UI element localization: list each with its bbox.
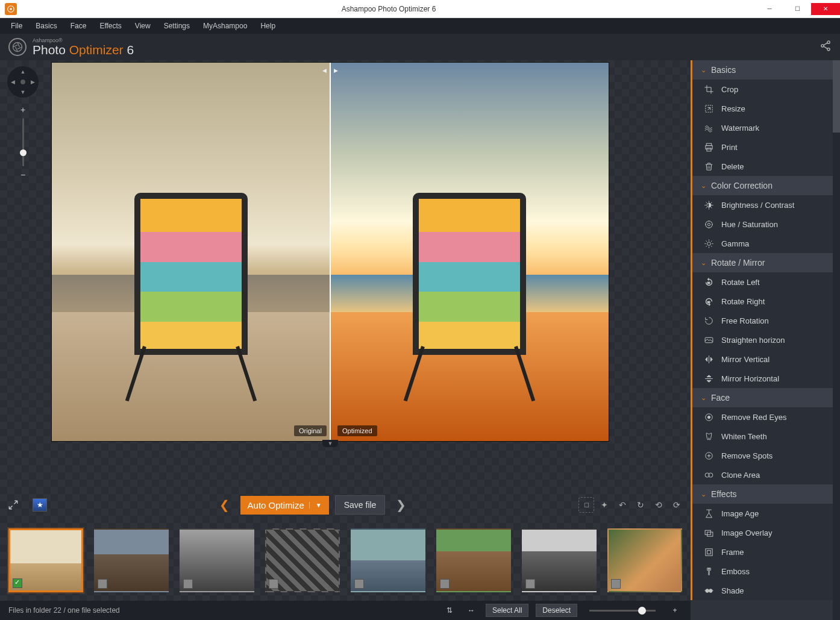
panel-header-color-correction[interactable]: ⌄Color Correction [691,176,840,195]
thumbnail[interactable] [8,528,83,592]
tool-watermark[interactable]: Watermark [692,118,840,137]
menu-file[interactable]: File [5,20,28,32]
tool-hue-saturation[interactable]: Hue / Saturation [692,214,840,234]
menu-basics[interactable]: Basics [30,20,63,32]
pan-up-icon[interactable]: ▲ [20,69,26,75]
compare-divider[interactable] [330,63,331,441]
select-all-button[interactable]: Select All [486,604,528,617]
tool-straighten-horizon[interactable]: Straighten horizon [692,330,840,349]
thumbnail-checkbox[interactable] [98,579,107,589]
svg-point-18 [707,416,710,418]
print-icon [703,142,714,152]
thumbnail-size-slider[interactable] [589,610,656,612]
menubar: File Basics Face Effects View Settings M… [0,18,840,34]
prev-image-button[interactable]: ❮ [215,495,234,515]
gamma-icon [703,238,714,249]
thumbnail-checkbox[interactable] [354,579,364,589]
auto-optimize-button[interactable]: Auto Optimize ▼ [240,496,329,515]
menu-help[interactable]: Help [254,20,281,32]
selection-tool-icon[interactable]: ☐ [578,497,594,513]
tool-brightness-contrast[interactable]: Brightness / Contrast [692,195,840,214]
tool-label: Emboss [721,567,750,576]
tool-image-age[interactable]: Image Age [692,504,840,523]
tool-label: Clone Area [721,471,760,480]
tool-shade[interactable]: Shade [692,581,840,600]
emboss-icon [703,566,714,577]
zoom-in-button[interactable]: + [20,105,25,114]
delete-icon [703,161,714,172]
next-image-button[interactable]: ❯ [391,495,411,515]
magic-tool-icon[interactable]: ✦ [597,497,612,513]
tool-mirror-vertical[interactable]: Mirror Vertical [692,349,840,369]
pan-pad[interactable]: ▲ ▼ ◀ ▶ [7,66,39,98]
thumbnail[interactable] [607,528,682,592]
panel-header-face[interactable]: ⌄Face [691,388,840,407]
tool-resize[interactable]: Resize [692,99,840,118]
brightness-icon [703,199,714,210]
redo-icon[interactable]: ↻ [633,497,648,513]
tool-print[interactable]: Print [692,137,840,157]
pan-down-icon[interactable]: ▼ [20,89,26,95]
pan-left-icon[interactable]: ◀ [11,79,15,85]
close-button[interactable]: ✕ [811,3,840,15]
tool-emboss[interactable]: Emboss [692,562,840,581]
tool-rotate-left[interactable]: 90Rotate Left [692,272,840,292]
tool-label: Frame [721,548,744,557]
thumbnail[interactable] [265,528,340,592]
tool-rotate-right[interactable]: 90Rotate Right [692,292,840,311]
tool-remove-spots[interactable]: Remove Spots [692,446,840,465]
panel-header-rotate-mirror[interactable]: ⌄Rotate / Mirror [691,253,840,272]
undo-icon[interactable]: ↶ [615,497,630,513]
tool-crop[interactable]: Crop [692,80,840,99]
menu-myashampoo[interactable]: MyAshampoo [197,20,253,32]
pan-center-icon[interactable] [20,80,25,84]
tool-delete[interactable]: Delete [692,157,840,176]
svg-point-12 [705,221,712,227]
panel-header-effects[interactable]: ⌄Effects [691,484,840,504]
clone-icon [703,469,714,480]
thumbnail-checkbox[interactable] [13,578,22,588]
minimize-button[interactable]: ─ [756,3,783,15]
compare-toggle[interactable]: ▼ [322,440,338,447]
menu-view[interactable]: View [129,20,157,32]
tool-clone-area[interactable]: Clone Area [692,465,840,484]
menu-effects[interactable]: Effects [93,20,127,32]
thumbnail-checkbox[interactable] [269,579,278,589]
tool-remove-red-eyes[interactable]: Remove Red Eyes [692,407,840,427]
thumbnail[interactable] [180,528,254,592]
rotate-right-quick-icon[interactable]: ⟳ [669,497,685,513]
sort-icon[interactable]: ⇅ [442,603,457,618]
thumbnail-checkbox[interactable] [611,579,621,589]
thumbnail-checkbox[interactable] [183,579,193,589]
collapse-icon[interactable] [6,498,20,512]
tool-free-rotation[interactable]: Free Rotation [692,311,840,330]
tool-gamma[interactable]: Gamma [692,234,840,253]
thumbnail[interactable] [436,528,511,592]
menu-settings[interactable]: Settings [158,20,196,32]
thumbnail[interactable] [94,528,169,592]
thumbnail[interactable] [351,528,425,592]
slider-plus-icon[interactable]: + [668,603,682,618]
zoom-out-button[interactable]: − [20,170,25,180]
panel-header-basics[interactable]: ⌄Basics [691,60,840,80]
menu-face[interactable]: Face [64,20,93,32]
favorites-icon[interactable]: ★ [33,498,47,512]
rotate-left-quick-icon[interactable]: ⟲ [651,497,666,513]
share-icon[interactable] [820,40,832,54]
auto-optimize-dropdown-icon[interactable]: ▼ [309,502,322,509]
tool-mirror-horizontal[interactable]: Mirror Horizontal [692,369,840,388]
resize-width-icon[interactable]: ↔ [464,603,478,618]
thumbnail[interactable] [522,528,597,592]
tool-whiten-teeth[interactable]: Whiten Teeth [692,427,840,446]
tool-image-overlay[interactable]: Image Overlay [692,523,840,542]
thumbnail-checkbox[interactable] [440,579,450,589]
save-file-button[interactable]: Save file [335,495,386,515]
scrollbar[interactable] [833,60,840,620]
panel-title: Basics [711,65,736,75]
deselect-button[interactable]: Deselect [536,604,577,617]
zoom-slider[interactable] [22,118,24,166]
tool-frame[interactable]: Frame [692,542,840,562]
thumbnail-checkbox[interactable] [525,579,535,589]
maximize-button[interactable]: ☐ [783,3,811,15]
pan-right-icon[interactable]: ▶ [31,79,35,85]
